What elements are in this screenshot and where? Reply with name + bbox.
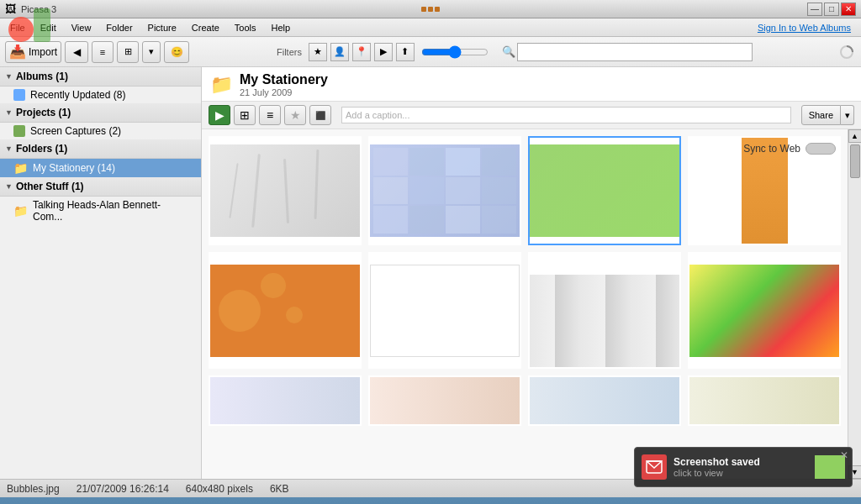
star-filter-button[interactable]: ★	[284, 105, 306, 125]
photo-thumb-9[interactable]	[209, 375, 362, 426]
search-icon: 🔍	[502, 45, 515, 58]
scroll-thumb[interactable]	[850, 144, 860, 178]
sign-in-link[interactable]: Sign In to Web Albums	[758, 23, 858, 33]
bamboo-image	[210, 144, 360, 237]
projects-header-label: Projects (1)	[16, 107, 71, 118]
sidebar-item-talking-heads[interactable]: 📁 Talking Heads-Alan Bennett-Com...	[0, 197, 201, 225]
filters-label: Filters	[277, 47, 302, 57]
sidebar-item-screen-captures[interactable]: Screen Captures (2)	[0, 123, 201, 139]
slideshow-button[interactable]: ⬛	[309, 105, 331, 125]
filter-upload-button[interactable]: ⬆	[396, 43, 415, 61]
import-button[interactable]: 📥 Import	[5, 41, 61, 63]
menu-create[interactable]: Create	[185, 21, 226, 34]
menu-folder[interactable]: Folder	[99, 21, 139, 34]
photo-thumb-12[interactable]	[688, 375, 841, 426]
menu-tools[interactable]: Tools	[228, 21, 263, 34]
sync-toggle[interactable]	[806, 143, 836, 155]
albums-triangle: ▼	[5, 72, 13, 81]
filter-person-button[interactable]: 👤	[330, 43, 349, 61]
status-date: 21/07/2009 16:26:14	[77, 483, 169, 495]
folder-title: My Stationery	[240, 72, 328, 87]
status-filename: Bubbles.jpg	[7, 483, 60, 495]
albums-header-label: Albums (1)	[16, 71, 68, 82]
partial-image-10	[370, 375, 520, 426]
filter-slider[interactable]	[421, 46, 489, 58]
play-button[interactable]: ▶	[209, 105, 230, 125]
photo-thumb-3[interactable]	[528, 136, 681, 245]
sidebar-folders-header[interactable]: ▼ Folders (1)	[0, 139, 201, 159]
photo-thumb-5[interactable]	[209, 252, 362, 369]
folder-info: My Stationery 21 July 2009	[240, 72, 328, 97]
title-bar-controls[interactable]: — □ ✕	[807, 3, 856, 16]
share-dropdown-button[interactable]: ▾	[841, 105, 854, 125]
photo-thumb-10[interactable]	[368, 375, 521, 426]
project-icon	[13, 125, 25, 137]
photo-thumb-1[interactable]	[209, 136, 362, 245]
partial-image-12	[689, 375, 839, 426]
scroll-track	[848, 143, 861, 465]
white-sq-image	[370, 265, 520, 357]
blue-grid-image	[370, 144, 520, 237]
filter-geo-button[interactable]: 📍	[352, 43, 371, 61]
sidebar-albums-header[interactable]: ▼ Albums (1)	[0, 67, 201, 87]
toast-close-button[interactable]: ✕	[840, 449, 848, 461]
toast-subtitle: click to view	[673, 468, 760, 478]
toast-notification[interactable]: Screenshot saved click to view ✕	[634, 447, 853, 487]
photo-grid-area: ▲ ▼	[202, 129, 861, 479]
maximize-button[interactable]: □	[824, 3, 839, 16]
menu-help[interactable]: Help	[265, 21, 298, 34]
list-view-button[interactable]: ≡	[92, 41, 114, 63]
share-button[interactable]: Share	[801, 105, 841, 125]
sidebar-projects-header[interactable]: ▼ Projects (1)	[0, 103, 201, 123]
view-dropdown-button[interactable]: ▾	[142, 41, 161, 63]
search-bar: 🔍	[502, 43, 827, 61]
projects-triangle: ▼	[5, 108, 13, 117]
filter-video-button[interactable]: ▶	[374, 43, 393, 61]
album-icon	[13, 89, 25, 101]
detail-view-button[interactable]: ⊞	[117, 41, 139, 63]
import-icon: 📥	[9, 44, 26, 60]
sidebar-item-my-stationery[interactable]: 📁 My Stationery (14)	[0, 159, 201, 177]
import-label: Import	[29, 46, 57, 58]
minimize-button[interactable]: —	[807, 3, 822, 16]
photo-thumb-6[interactable]	[368, 252, 521, 369]
face-icon: 😊	[171, 46, 183, 58]
table-view-button[interactable]: ≡	[259, 105, 281, 125]
sidebar-item-recently-updated[interactable]: Recently Updated (8)	[0, 87, 201, 103]
toast-title: Screenshot saved	[673, 456, 760, 468]
status-dimensions: 640x480 pixels	[186, 483, 253, 495]
menu-bar: File Edit View Folder Picture Create Too…	[0, 18, 861, 37]
photo-thumb-11[interactable]	[528, 375, 681, 426]
partial-image-9	[210, 375, 360, 426]
other-triangle: ▼	[5, 182, 13, 191]
photo-thumb-8[interactable]	[688, 252, 841, 369]
menu-picture[interactable]: Picture	[141, 21, 183, 34]
grid-view-button[interactable]: ⊞	[234, 105, 256, 125]
photo-thumb-7[interactable]	[528, 252, 681, 369]
search-input[interactable]	[517, 43, 753, 61]
photo-thumb-2[interactable]	[368, 136, 521, 245]
folders-triangle: ▼	[5, 144, 13, 153]
filters-section: Filters ★ 👤 📍 ▶ ⬆	[277, 43, 492, 61]
folder-icon: 📁	[13, 161, 28, 175]
menu-view[interactable]: View	[65, 21, 98, 34]
scroll-up-button[interactable]: ▲	[848, 129, 862, 143]
toast-text: Screenshot saved click to view	[673, 456, 760, 478]
my-stationery-label: My Stationery (14)	[33, 162, 115, 174]
screen-captures-label: Screen Captures (2)	[30, 125, 121, 137]
green-image	[530, 144, 679, 237]
caption-input-area[interactable]: Add a caption...	[341, 107, 791, 123]
recently-updated-label: Recently Updated (8)	[30, 89, 125, 101]
folders-header-label: Folders (1)	[16, 143, 67, 155]
folder-large-icon: 📁	[210, 74, 233, 96]
content-scrollbar[interactable]: ▲ ▼	[848, 129, 861, 479]
filter-star-button[interactable]: ★	[309, 43, 327, 61]
close-button[interactable]: ✕	[841, 3, 856, 16]
sidebar-other-header[interactable]: ▼ Other Stuff (1)	[0, 177, 201, 197]
app-icon: 🖼	[5, 3, 16, 15]
share-button-group: Share ▾	[801, 105, 854, 125]
talking-heads-label: Talking Heads-Alan Bennett-Com...	[33, 199, 188, 223]
face-detect-button[interactable]: 😊	[164, 41, 189, 63]
content-area: 📁 My Stationery 21 July 2009 Sync to Web…	[202, 67, 861, 479]
view-mode-button[interactable]: ◀	[65, 41, 88, 63]
